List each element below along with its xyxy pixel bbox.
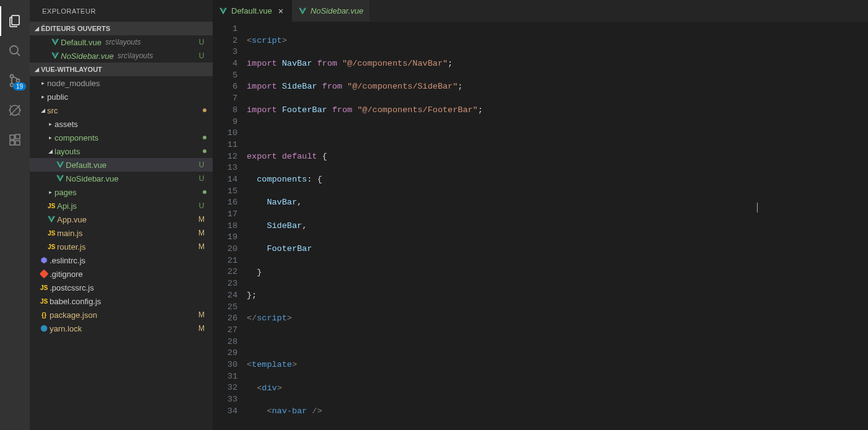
folder-assets[interactable]: ▸ assets — [30, 117, 213, 131]
json-icon: {} — [38, 312, 50, 318]
git-dot — [203, 108, 206, 112]
git-status: U — [197, 38, 206, 46]
folder-label: src — [47, 106, 58, 115]
activity-scm[interactable]: 19 — [0, 66, 30, 95]
tab-bar: Default.vue × NoSidebar.vue — [213, 0, 868, 22]
svg-line-9 — [10, 105, 11, 107]
open-editors-title: ÉDITEURS OUVERTS — [41, 25, 110, 32]
vue-icon — [50, 38, 61, 46]
svg-line-12 — [19, 115, 20, 116]
folder-pages[interactable]: ▸ pages — [30, 185, 213, 199]
file-babel[interactable]: JS babel.config.js — [30, 294, 213, 308]
open-editor-name: NoSidebar.vue — [61, 51, 114, 61]
folder-node-modules[interactable]: ▸ node_modules — [30, 76, 213, 90]
open-editor-item[interactable]: NoSidebar.vue src\layouts U — [30, 49, 213, 63]
code-content[interactable]: <script> import NavBar from "@/component… — [247, 22, 868, 430]
folder-label: components — [55, 133, 99, 143]
file-label: package.json — [50, 310, 97, 320]
tab-nosidebar-vue[interactable]: NoSidebar.vue — [292, 0, 370, 22]
open-editor-path: src\layouts — [118, 51, 153, 60]
svg-line-2 — [17, 53, 20, 56]
project-header[interactable]: ◢ VUE-WITHLAYOUT — [30, 63, 213, 76]
git-status: M — [197, 324, 206, 333]
activity-extensions[interactable] — [0, 125, 30, 155]
file-package[interactable]: {} package.json M — [30, 308, 213, 322]
svg-point-1 — [10, 46, 18, 54]
folder-label: public — [47, 92, 68, 102]
open-editor-item[interactable]: Default.vue src\layouts U — [30, 35, 213, 49]
file-default-vue[interactable]: Default.vue U — [30, 158, 213, 172]
file-label: NoSidebar.vue — [66, 174, 118, 183]
svg-point-20 — [41, 325, 48, 332]
folder-label: node_modules — [47, 79, 100, 88]
chevron-right-icon: ▸ — [46, 189, 55, 195]
folder-src[interactable]: ◢ src — [30, 103, 213, 117]
file-label: Default.vue — [66, 160, 107, 170]
file-label: .eslintrc.js — [50, 256, 86, 265]
git-status: U — [197, 160, 206, 169]
vue-icon — [219, 7, 228, 15]
code-editor[interactable]: 1234567891011121314151617181920212223242… — [213, 22, 868, 430]
js-icon: JS — [38, 298, 50, 305]
file-label: main.js — [57, 229, 82, 238]
vue-icon — [50, 51, 61, 60]
file-main-js[interactable]: JS main.js M — [30, 226, 213, 240]
vue-icon — [46, 215, 57, 224]
file-api-js[interactable]: JS Api.js U — [30, 199, 213, 213]
file-router-js[interactable]: JS router.js M — [30, 240, 213, 253]
file-nosidebar-vue[interactable]: NoSidebar.vue U — [30, 172, 213, 185]
svg-rect-19 — [40, 270, 48, 278]
file-label: App.vue — [57, 215, 87, 224]
activity-search[interactable] — [0, 36, 30, 66]
js-icon: JS — [46, 203, 57, 209]
files-icon — [7, 14, 22, 29]
file-eslintrc[interactable]: .eslintrc.js — [30, 253, 213, 267]
file-label: .postcssrc.js — [50, 283, 94, 292]
file-yarn[interactable]: yarn.lock M — [30, 322, 213, 335]
folder-layouts[interactable]: ◢ layouts — [30, 144, 213, 158]
svg-rect-14 — [10, 135, 14, 139]
vue-icon — [298, 7, 307, 15]
tab-label: Default.vue — [231, 6, 272, 15]
activity-debug[interactable] — [0, 95, 30, 125]
git-status: M — [197, 242, 206, 251]
js-icon: JS — [46, 244, 57, 250]
git-dot — [203, 190, 206, 194]
project-title: VUE-WITHLAYOUT — [41, 66, 102, 73]
editor-area: Default.vue × NoSidebar.vue 123456789101… — [213, 0, 868, 430]
js-icon: JS — [38, 284, 50, 291]
git-dot — [203, 149, 206, 153]
folder-components[interactable]: ▸ components — [30, 131, 213, 144]
tab-label: NoSidebar.vue — [311, 6, 364, 15]
activity-explorer[interactable] — [0, 6, 30, 36]
activity-bar: 19 — [0, 0, 30, 430]
chevron-down-icon: ◢ — [46, 148, 55, 154]
file-gitignore[interactable]: .gitignore — [30, 267, 213, 281]
svg-marker-18 — [41, 257, 46, 264]
open-editor-path: src\layouts — [105, 38, 141, 46]
git-status: U — [197, 201, 206, 210]
scm-badge: 19 — [13, 82, 26, 90]
chevron-down-icon: ◢ — [32, 66, 41, 72]
open-editors-header[interactable]: ◢ ÉDITEURS OUVERTS — [30, 22, 213, 35]
tab-default-vue[interactable]: Default.vue × — [213, 0, 292, 22]
file-label: babel.config.js — [50, 297, 101, 306]
git-icon — [38, 270, 50, 278]
text-cursor — [757, 203, 758, 213]
close-icon[interactable]: × — [276, 6, 286, 16]
svg-point-5 — [17, 79, 20, 82]
file-postcssrc[interactable]: JS .postcssrc.js — [30, 281, 213, 294]
folder-label: layouts — [55, 147, 80, 156]
svg-rect-0 — [12, 15, 19, 25]
file-label: yarn.lock — [50, 324, 82, 333]
line-gutter: 1234567891011121314151617181920212223242… — [213, 22, 247, 430]
git-status: U — [197, 174, 206, 183]
folder-public[interactable]: ▸ public — [30, 90, 213, 103]
git-dot — [203, 136, 206, 139]
git-status: M — [197, 310, 206, 319]
svg-rect-15 — [10, 141, 14, 145]
file-app-vue[interactable]: App.vue M — [30, 213, 213, 226]
chevron-right-icon: ▸ — [38, 94, 47, 100]
vue-icon — [55, 160, 66, 169]
folder-label: pages — [55, 188, 76, 197]
